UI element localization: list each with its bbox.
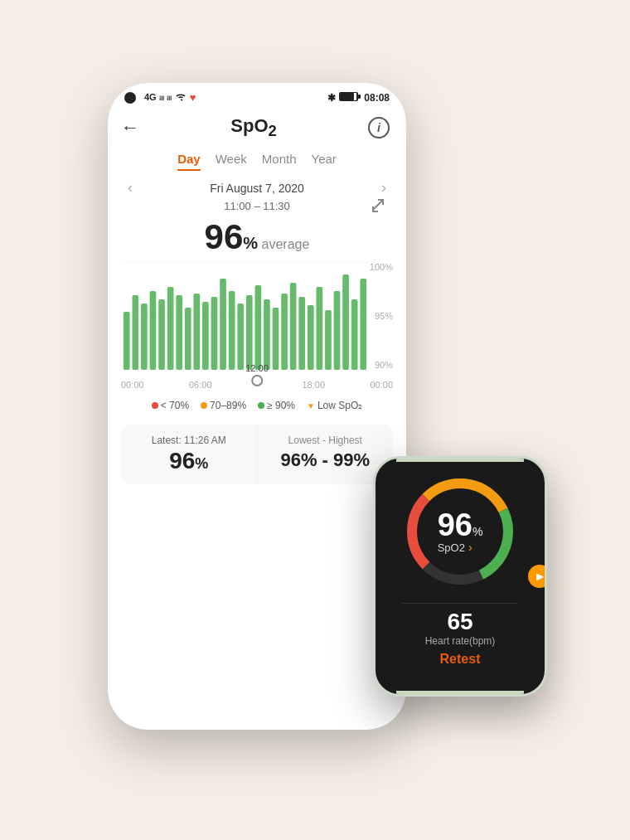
- watch-hr-value: 65: [425, 609, 496, 635]
- legend-dot-mid: [201, 402, 207, 409]
- legend-low: < 70%: [152, 400, 189, 411]
- tab-year[interactable]: Year: [312, 152, 337, 171]
- legend-dot-high: [258, 402, 264, 409]
- svg-rect-22: [246, 295, 253, 370]
- average-display: 96% average: [108, 214, 406, 262]
- svg-rect-28: [298, 297, 305, 370]
- watch-value-center: 96% SpO2 ›: [438, 509, 483, 554]
- legend-triangle-icon: ▼: [307, 401, 315, 410]
- svg-rect-17: [202, 302, 209, 370]
- expand-icon[interactable]: [371, 198, 386, 216]
- bar-chart-svg: [121, 262, 368, 370]
- watch-band-bottom: [396, 691, 524, 697]
- timeline-dot: [251, 375, 263, 386]
- next-date-button[interactable]: ›: [381, 179, 386, 197]
- time-range: 11:00 – 11:30: [108, 198, 406, 214]
- svg-rect-34: [351, 299, 358, 370]
- watch-device: ▶ 96% SpO2 › 65: [373, 456, 547, 697]
- range-label: Lowest - Highest: [271, 435, 380, 446]
- date-navigation: ‹ Fri August 7, 2020 ›: [108, 171, 406, 198]
- watch-chevron-icon: ›: [468, 541, 472, 554]
- legend-high: ≥ 90%: [258, 400, 295, 411]
- battery-icon: [339, 91, 361, 104]
- prev-date-button[interactable]: ‹: [128, 179, 133, 197]
- svg-rect-33: [342, 274, 349, 370]
- camera: [124, 92, 136, 104]
- watch-band-top: [396, 456, 524, 462]
- svg-rect-11: [150, 291, 157, 370]
- stats-cards: Latest: 11:26 AM 96 % Lowest - Highest 9…: [121, 425, 393, 484]
- watch-gauge: 96% SpO2 ›: [402, 473, 518, 590]
- avg-percent: %: [243, 234, 258, 252]
- chart-legend: < 70% 70–89% ≥ 90% ▼ Low SpO₂: [108, 393, 406, 418]
- svg-rect-29: [308, 305, 314, 370]
- page-title: SpO2: [230, 115, 276, 140]
- svg-rect-24: [264, 299, 270, 370]
- svg-rect-23: [254, 285, 261, 370]
- legend-low-spo2: ▼ Low SpO₂: [307, 400, 362, 411]
- svg-rect-9: [132, 295, 138, 370]
- info-button[interactable]: i: [368, 117, 390, 138]
- svg-rect-14: [176, 295, 182, 370]
- phone-device: 4G ᵢₗₗ ᵢₗₗ ♥ ✱ 08:08 ← SpO2 i: [108, 83, 406, 730]
- svg-rect-20: [229, 291, 235, 370]
- svg-rect-8: [124, 312, 130, 370]
- timeline-marker: 12:00: [245, 363, 269, 386]
- bluetooth-icon: ✱: [327, 92, 336, 104]
- svg-rect-18: [211, 297, 218, 370]
- retest-button[interactable]: Retest: [440, 652, 481, 667]
- legend-dot-low: [152, 402, 158, 409]
- wifi-icon: [175, 93, 187, 103]
- svg-rect-26: [281, 294, 288, 370]
- svg-rect-3: [340, 93, 354, 100]
- avg-label: average: [262, 237, 310, 251]
- svg-rect-21: [237, 303, 244, 370]
- svg-line-4: [373, 200, 383, 210]
- app-header: ← SpO2 i: [108, 109, 406, 147]
- watch-spo2-label: SpO2 ›: [438, 541, 483, 554]
- watch-hr-section: 65 Heart rate(bpm): [425, 609, 496, 647]
- latest-unit: %: [195, 455, 208, 473]
- svg-rect-30: [317, 287, 323, 370]
- svg-rect-19: [220, 279, 226, 370]
- svg-rect-27: [290, 283, 297, 370]
- svg-rect-1: [358, 95, 361, 99]
- watch-hr-label: Heart rate(bpm): [425, 635, 496, 647]
- legend-mid: 70–89%: [201, 400, 246, 411]
- tab-day[interactable]: Day: [177, 152, 201, 171]
- watch-spo2-value: 96: [438, 507, 472, 542]
- spo2-chart: 100% 95% 90%: [121, 262, 393, 370]
- latest-stat-card: Latest: 11:26 AM 96 %: [121, 425, 258, 484]
- period-tabs: Day Week Month Year: [108, 147, 406, 171]
- watch-play-button[interactable]: ▶: [528, 565, 547, 588]
- latest-time-label: Latest: 11:26 AM: [134, 435, 244, 446]
- svg-rect-15: [185, 308, 191, 370]
- avg-number: 96: [205, 217, 244, 256]
- time-display: 08:08: [364, 92, 390, 104]
- svg-rect-12: [158, 299, 165, 370]
- back-button[interactable]: ←: [121, 117, 139, 138]
- latest-value: 96: [169, 448, 195, 474]
- range-stat-card: Lowest - Highest 96% - 99%: [258, 425, 394, 484]
- svg-rect-32: [334, 291, 341, 370]
- watch-content: 96% SpO2 › 65 Heart rate(bpm) Retest: [376, 459, 545, 694]
- svg-rect-16: [193, 294, 200, 370]
- chart-y-labels: 100% 95% 90%: [370, 262, 393, 370]
- svg-rect-25: [273, 308, 279, 370]
- svg-rect-13: [167, 287, 174, 370]
- svg-rect-31: [325, 310, 332, 370]
- signal-icon: 4G ᵢₗₗ ᵢₗₗ: [144, 92, 172, 103]
- svg-rect-10: [141, 303, 148, 370]
- tab-week[interactable]: Week: [216, 152, 247, 171]
- tab-month[interactable]: Month: [262, 152, 297, 171]
- svg-rect-35: [360, 279, 366, 370]
- watch-divider: [402, 603, 519, 604]
- status-bar: 4G ᵢₗₗ ᵢₗₗ ♥ ✱ 08:08: [108, 83, 406, 109]
- heart-icon: ♥: [190, 91, 196, 104]
- timeline: 12:00 00:00 06:00 18:00 00:00: [121, 370, 393, 393]
- current-date: Fri August 7, 2020: [210, 182, 304, 195]
- watch-unit: %: [472, 525, 482, 538]
- range-value: 96% - 99%: [271, 449, 380, 471]
